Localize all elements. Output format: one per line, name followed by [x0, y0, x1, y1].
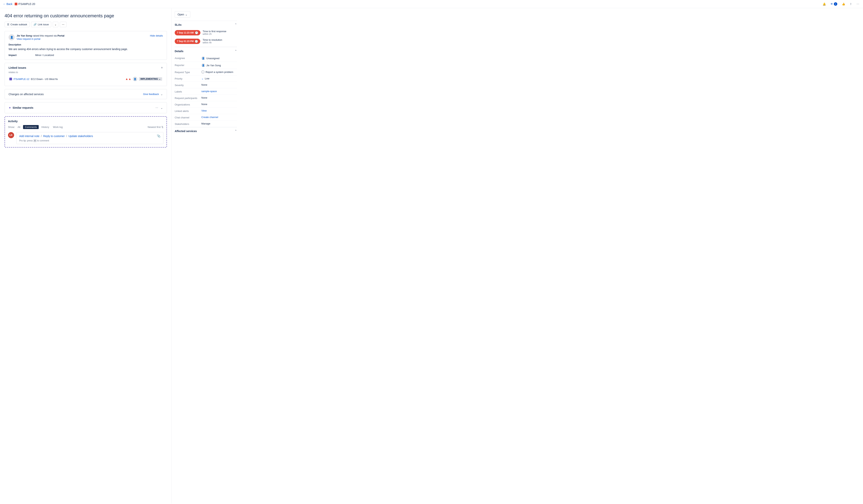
severity-row: Severity None	[175, 82, 237, 88]
more-options-button[interactable]: ⋯	[60, 22, 66, 27]
create-subtask-label: Create subtask	[11, 23, 27, 26]
newest-first-label: Newest first	[148, 126, 161, 128]
activity-show-filters: Show: All Comments History Work log	[8, 125, 64, 129]
similar-requests-more-button[interactable]: ⋯	[155, 105, 159, 110]
link-issue-label: Link issue	[38, 23, 49, 26]
watch-button[interactable]: 👁 1	[830, 1, 838, 7]
right-panel: Open ⌄ SLAs ⌃ 7 Sep 11:23 AM 🕙 Time to f…	[172, 8, 240, 504]
current-user-avatar: LK	[8, 132, 14, 138]
attachment-icon[interactable]: 📎	[157, 134, 161, 138]
back-button[interactable]: ← Back	[3, 2, 12, 5]
organizations-row: Organizations None	[175, 101, 237, 108]
eye-icon: 👁	[830, 2, 833, 5]
changes-card: Changes on affected services Give feedba…	[4, 89, 167, 99]
stakeholders-row: Stakeholders Manage	[175, 121, 237, 127]
requester-name: Jie Yan Song	[16, 34, 32, 37]
newest-first-sort[interactable]: Newest first ⇅	[148, 126, 163, 128]
link-icon: 🔗	[34, 23, 37, 26]
thumbsup-icon: 👍	[842, 2, 845, 5]
back-label: Back	[7, 2, 12, 5]
link-issue-button[interactable]: 🔗 Link issue	[31, 22, 51, 27]
similar-requests-title: Similar requests	[13, 106, 33, 109]
sla-2-subtitle: within 4h	[202, 41, 222, 44]
filter-history-button[interactable]: History	[40, 125, 50, 129]
more-dots-icon: ⋯	[155, 106, 158, 109]
sla-2-date: 7 Sep 01:23 PM	[177, 40, 193, 43]
implementing-status-badge[interactable]: IMPLEMENTING ⌄	[139, 77, 162, 81]
sla-1-subtitle: within 2h	[203, 33, 226, 35]
requester-row: 👤 Jie Yan Song raised this request via P…	[9, 34, 163, 40]
linked-alerts-row: Linked alerts View	[175, 108, 237, 114]
view-portal-link[interactable]: View request in portal	[16, 38, 64, 40]
raised-text: raised this request via	[33, 34, 57, 37]
more-actions-button[interactable]: ⋯	[856, 2, 860, 6]
linked-alerts-value[interactable]: View	[201, 109, 207, 112]
page-title: 404 error returning on customer announce…	[4, 13, 167, 19]
status-label: IMPLEMENTING	[140, 78, 158, 80]
hide-details-button[interactable]: Hide details	[150, 34, 163, 37]
linked-issue-id[interactable]: ITSAMPLE-12	[13, 78, 29, 80]
reply-to-customer-link[interactable]: Reply to customer	[43, 134, 65, 138]
open-status-button[interactable]: Open ⌄	[175, 11, 190, 18]
priority-value: ⌄ Low	[201, 77, 209, 80]
bell-icon: 🔔	[823, 2, 826, 5]
priority-down-icon: ⌄	[201, 77, 204, 80]
thumbsup-button[interactable]: 👍	[841, 2, 846, 6]
stakeholders-label: Stakeholders	[175, 122, 201, 126]
request-participants-label: Request participants	[175, 96, 201, 100]
requester-details: Jie Yan Song raised this request via Por…	[16, 34, 64, 40]
similar-requests-card: ✦ Similar requests ⋯ ⌄	[4, 102, 167, 113]
sla-2-info: Time to resolution within 4h	[202, 38, 222, 44]
actions-dropdown-button[interactable]: ⌄	[53, 22, 58, 27]
reporter-row: Reporter 👤 Jie Yan Song	[175, 62, 237, 69]
update-stakeholders-link[interactable]: Update stakeholders	[68, 134, 93, 138]
slas-header: SLAs ⌃	[175, 21, 237, 28]
similar-requests-right: ⋯ ⌄	[155, 105, 163, 110]
back-arrow-icon: ←	[3, 2, 6, 5]
description-label: Description	[9, 43, 163, 46]
give-feedback-button[interactable]: Give feedback	[143, 93, 159, 95]
person-icon-2: 👤	[202, 64, 204, 67]
sla-item-1: 7 Sep 11:23 AM 🕙 Time to first response …	[175, 28, 237, 37]
clock-icon-1: 🕙	[195, 31, 198, 34]
request-type-value: i Report a system problem	[201, 70, 233, 74]
request-participants-value: None	[201, 96, 207, 99]
comment-links: Add internal note / Reply to customer / …	[19, 134, 161, 138]
clock-icon-2: 🕙	[195, 40, 198, 43]
activity-title: Activity	[8, 120, 163, 123]
comment-input-area[interactable]: Add internal note / Reply to customer / …	[16, 132, 163, 144]
separator-2: /	[66, 134, 67, 138]
share-icon: ⇧	[850, 2, 852, 5]
priority-label: Priority	[175, 77, 201, 80]
share-button[interactable]: ⇧	[849, 2, 853, 6]
ellipsis-icon: ⋯	[856, 2, 859, 5]
chat-channel-value[interactable]: Create channel	[201, 116, 218, 119]
assignee-label: Assignee	[175, 56, 201, 60]
affected-services-title: Affected services	[175, 130, 197, 133]
priority-icon: ▲▲	[125, 77, 131, 81]
linked-issue-type-icon	[9, 78, 12, 80]
request-participants-row: Request participants None	[175, 95, 237, 101]
filter-comments-button[interactable]: Comments	[23, 125, 39, 129]
labels-value[interactable]: sample-space	[201, 90, 217, 93]
linked-issue-title: EC2 Down - US West fix	[31, 78, 58, 80]
filter-worklog-button[interactable]: Work log	[52, 125, 64, 129]
add-internal-note-link[interactable]: Add internal note	[19, 134, 39, 138]
open-chevron-icon: ⌄	[185, 13, 187, 16]
request-card: 👤 Jie Yan Song raised this request via P…	[4, 31, 167, 60]
unassigned-avatar: 👤	[201, 56, 205, 60]
pro-tip: Pro tip: press M to comment	[19, 139, 161, 142]
create-subtask-button[interactable]: ☰ Create subtask	[4, 22, 29, 27]
changes-right: Give feedback ⌄	[143, 92, 163, 96]
add-linked-issue-button[interactable]: +	[161, 66, 163, 69]
pro-tip-text: Pro tip: press	[19, 139, 33, 142]
stakeholders-value[interactable]: Manage	[201, 122, 210, 125]
linked-issue-left: ITSAMPLE-12 EC2 Down - US West fix	[9, 78, 58, 80]
notification-bell-button[interactable]: 🔔	[822, 2, 827, 6]
avatar-person-icon: 👤	[10, 36, 13, 39]
changes-inner: Changes on affected services Give feedba…	[9, 92, 163, 96]
sla-2-badge: 7 Sep 01:23 PM 🕙	[175, 39, 200, 44]
linked-issues-header: Linked issues +	[9, 66, 163, 69]
sla-1-badge: 7 Sep 11:23 AM 🕙	[175, 30, 200, 35]
filter-all-button[interactable]: All	[16, 125, 21, 129]
